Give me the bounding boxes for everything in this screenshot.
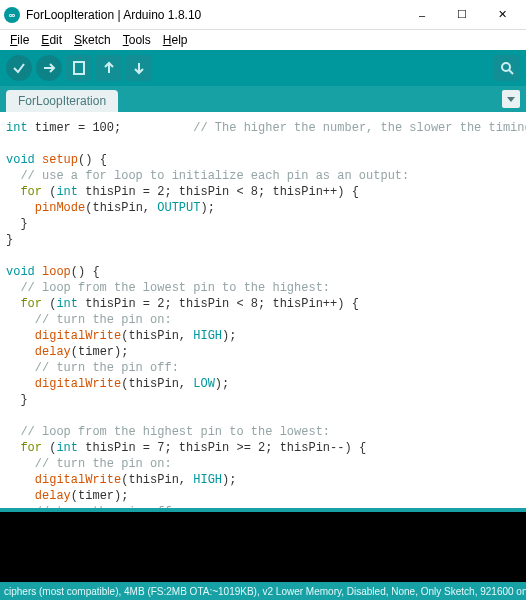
console-output	[0, 512, 526, 582]
code-token: digitalWrite	[35, 473, 121, 487]
code-token: void	[6, 265, 35, 279]
status-bar: ciphers (most compatible), 4MB (FS:2MB O…	[0, 582, 526, 600]
magnifier-icon	[499, 60, 515, 76]
app-icon: ∞	[4, 7, 20, 23]
code-token	[6, 489, 35, 503]
code-token: HIGH	[193, 329, 222, 343]
code-token: pinMode	[35, 201, 85, 215]
code-token	[6, 473, 35, 487]
code-token: );	[222, 329, 236, 343]
code-token: int	[56, 297, 78, 311]
code-token	[6, 297, 20, 311]
menu-bar: File Edit Sketch Tools Help	[0, 30, 526, 50]
menu-file[interactable]: File	[4, 31, 35, 49]
code-token: delay	[35, 489, 71, 503]
code-token	[6, 185, 20, 199]
close-button[interactable]: ✕	[482, 1, 522, 29]
svg-marker-3	[507, 97, 515, 102]
code-token: (timer);	[71, 489, 129, 503]
chevron-down-icon	[506, 94, 516, 104]
code-token: int	[56, 185, 78, 199]
upload-button[interactable]	[36, 55, 62, 81]
code-token: // loop from the highest pin to the lowe…	[6, 425, 330, 439]
code-token: for	[20, 297, 42, 311]
open-button[interactable]	[96, 55, 122, 81]
code-token: (timer);	[71, 345, 129, 359]
code-token: // The higher the number, the slower the…	[193, 121, 526, 135]
code-token: );	[200, 201, 214, 215]
svg-point-1	[502, 63, 510, 71]
code-token: thisPin = 2; thisPin < 8; thisPin++) {	[78, 297, 359, 311]
code-token: () {	[78, 153, 107, 167]
code-token: (thisPin,	[121, 473, 193, 487]
code-token: void	[6, 153, 35, 167]
code-token: int	[6, 121, 28, 135]
arrow-down-icon	[131, 60, 147, 76]
code-token: thisPin = 2; thisPin < 8; thisPin++) {	[78, 185, 359, 199]
tab-strip: ForLoopIteration	[0, 86, 526, 112]
minimize-button[interactable]: –	[402, 1, 442, 29]
code-token: (	[42, 441, 56, 455]
arrow-right-icon	[41, 60, 57, 76]
code-token: }	[6, 217, 28, 231]
code-token: HIGH	[193, 473, 222, 487]
new-button[interactable]	[66, 55, 92, 81]
code-token: );	[215, 377, 229, 391]
code-token: // turn the pin on:	[6, 313, 172, 327]
code-token: }	[6, 233, 13, 247]
verify-button[interactable]	[6, 55, 32, 81]
code-token: (thisPin,	[85, 201, 157, 215]
code-token: );	[222, 473, 236, 487]
code-token: digitalWrite	[35, 377, 121, 391]
code-token: OUTPUT	[157, 201, 200, 215]
menu-help[interactable]: Help	[157, 31, 194, 49]
title-bar: ∞ ForLoopIteration | Arduino 1.8.10 – ☐ …	[0, 0, 526, 30]
code-token: // turn the pin on:	[6, 457, 172, 471]
svg-line-2	[509, 70, 513, 74]
tab-active[interactable]: ForLoopIteration	[6, 90, 118, 112]
save-button[interactable]	[126, 55, 152, 81]
code-token	[6, 329, 35, 343]
maximize-button[interactable]: ☐	[442, 1, 482, 29]
code-token: loop	[42, 265, 71, 279]
status-text: ciphers (most compatible), 4MB (FS:2MB O…	[4, 586, 526, 597]
code-token: // use a for loop to initialize each pin…	[6, 169, 409, 183]
code-token: digitalWrite	[35, 329, 121, 343]
serial-monitor-button[interactable]	[494, 55, 520, 81]
tab-menu-button[interactable]	[502, 90, 520, 108]
arrow-up-icon	[101, 60, 117, 76]
code-token: (	[42, 185, 56, 199]
toolbar	[0, 50, 526, 86]
code-token: delay	[35, 345, 71, 359]
window-title: ForLoopIteration | Arduino 1.8.10	[26, 8, 402, 22]
menu-tools[interactable]: Tools	[117, 31, 157, 49]
code-token: (thisPin,	[121, 377, 193, 391]
code-token	[6, 377, 35, 391]
code-token: for	[20, 185, 42, 199]
code-token	[35, 153, 42, 167]
file-icon	[71, 60, 87, 76]
menu-sketch[interactable]: Sketch	[68, 31, 117, 49]
code-token: timer = 100;	[28, 121, 194, 135]
code-token: // loop from the lowest pin to the highe…	[6, 281, 330, 295]
menu-edit[interactable]: Edit	[35, 31, 68, 49]
code-token: }	[6, 393, 28, 407]
code-token	[35, 265, 42, 279]
check-icon	[11, 60, 27, 76]
code-token	[6, 345, 35, 359]
code-editor[interactable]: int timer = 100; // The higher the numbe…	[0, 112, 526, 508]
code-token: int	[56, 441, 78, 455]
code-token: () {	[71, 265, 100, 279]
code-token: setup	[42, 153, 78, 167]
code-token: for	[20, 441, 42, 455]
code-token: (	[42, 297, 56, 311]
code-token: (thisPin,	[121, 329, 193, 343]
code-token	[6, 201, 35, 215]
svg-rect-0	[74, 62, 84, 74]
code-token: thisPin = 7; thisPin >= 2; thisPin--) {	[78, 441, 366, 455]
code-token	[6, 441, 20, 455]
code-token: LOW	[193, 377, 215, 391]
code-token: // turn the pin off:	[6, 361, 179, 375]
